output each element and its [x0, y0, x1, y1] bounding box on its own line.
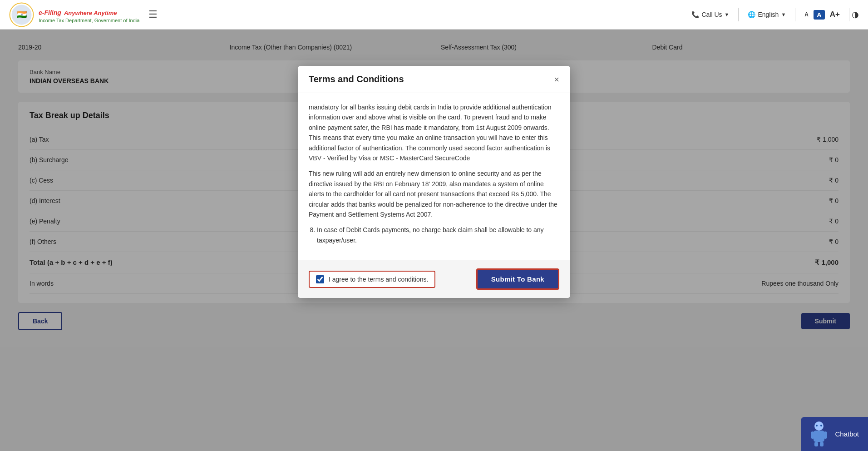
dialog-header: Terms and Conditions ×	[298, 66, 570, 93]
logo-tagline: Anywhere Anytime	[64, 10, 117, 16]
divider-3	[849, 8, 849, 21]
divider-1	[738, 8, 739, 21]
svg-rect-5	[811, 431, 814, 439]
lang-chevron-icon: ▼	[781, 12, 786, 17]
globe-icon: 🌐	[748, 11, 755, 18]
main-content: 2019-20 Income Tax (Other than Companies…	[0, 30, 868, 451]
terms-dialog: Terms and Conditions × mandatory for all…	[298, 66, 570, 298]
logo-title-text: e-Filing	[39, 9, 61, 16]
language-label: English	[758, 11, 779, 18]
svg-rect-6	[824, 431, 827, 439]
dialog-title: Terms and Conditions	[309, 74, 404, 84]
phone-icon: 📞	[691, 11, 699, 18]
svg-point-9	[816, 425, 818, 426]
call-us-button[interactable]: 📞 Call Us ▼	[685, 7, 736, 22]
chatbot-label: Chatbot	[835, 430, 859, 438]
font-small-button[interactable]: A	[802, 10, 811, 19]
language-button[interactable]: 🌐 English ▼	[741, 7, 793, 22]
contrast-button[interactable]: ◑	[852, 10, 859, 20]
terms-paragraph-1: mandatory for all banks issuing debit ca…	[309, 102, 559, 163]
call-us-label: Call Us	[701, 11, 722, 18]
svg-point-10	[820, 425, 822, 426]
font-controls: A A A+	[798, 9, 847, 20]
submit-to-bank-button[interactable]: Submit To Bank	[476, 268, 559, 290]
svg-text:🇮🇳: 🇮🇳	[17, 10, 27, 20]
svg-rect-4	[814, 431, 824, 442]
close-button[interactable]: ×	[554, 75, 559, 84]
logo-text: e-Filing Anywhere Anytime Income Tax Dep…	[39, 6, 139, 23]
dialog-body[interactable]: mandatory for all banks issuing debit ca…	[298, 93, 570, 260]
menu-icon[interactable]: ☰	[148, 9, 158, 20]
chatbot-widget[interactable]: Chatbot	[801, 417, 868, 451]
logo-subtitle: Income Tax Department, Government of Ind…	[39, 18, 139, 23]
terms-paragraph-2: This new ruling will add an entirely new…	[309, 169, 559, 219]
list-item-8: In case of Debit Cards payments, no char…	[317, 225, 559, 245]
dialog-overlay: Terms and Conditions × mandatory for all…	[0, 30, 868, 451]
dialog-footer: I agree to the terms and conditions. Sub…	[298, 260, 570, 298]
svg-point-3	[814, 421, 824, 431]
checkbox-label: I agree to the terms and conditions.	[329, 276, 428, 283]
header: 🇮🇳 e-Filing Anywhere Anytime Income Tax …	[0, 0, 868, 30]
font-medium-button[interactable]: A	[814, 10, 825, 20]
font-large-button[interactable]: A+	[828, 9, 842, 20]
header-right: 📞 Call Us ▼ 🌐 English ▼ A A A+ ◑	[685, 7, 859, 22]
chatbot-avatar-icon	[810, 421, 828, 446]
agree-checkbox-container[interactable]: I agree to the terms and conditions.	[309, 271, 435, 288]
logo-title: e-Filing Anywhere Anytime	[39, 6, 139, 18]
divider-2	[795, 8, 795, 21]
svg-rect-7	[814, 442, 818, 446]
agree-checkbox[interactable]	[316, 275, 324, 283]
emblem-icon: 🇮🇳	[9, 2, 34, 27]
svg-rect-8	[820, 442, 824, 446]
call-chevron-icon: ▼	[725, 12, 730, 17]
logo-container: 🇮🇳 e-Filing Anywhere Anytime Income Tax …	[9, 2, 139, 27]
